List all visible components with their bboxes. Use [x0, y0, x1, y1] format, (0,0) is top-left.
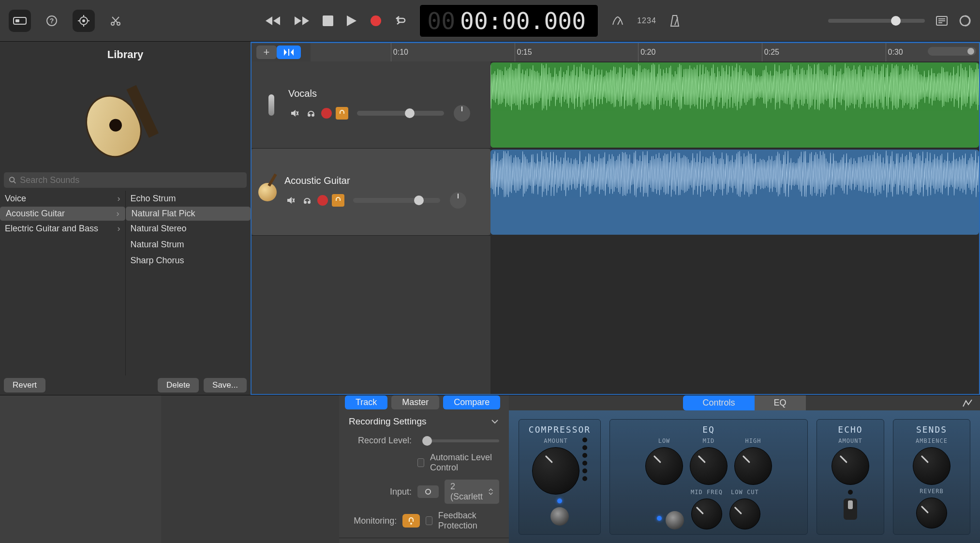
mute-button[interactable]: [288, 107, 301, 120]
search-input[interactable]: [20, 175, 242, 185]
record-enable-button[interactable]: [321, 108, 332, 119]
input-select[interactable]: 2 (Scarlett: [445, 480, 499, 504]
record-level-slider[interactable]: [422, 439, 499, 442]
revert-button[interactable]: Revert: [4, 378, 45, 392]
save-button[interactable]: Save...: [204, 378, 247, 392]
eq-power-led[interactable]: [657, 516, 662, 521]
timeline-ruler[interactable]: 0:100:150:200:250:30: [311, 43, 979, 61]
library-category-item[interactable]: Electric Guitar and Bass›: [0, 221, 125, 237]
eq-low-knob[interactable]: [645, 447, 683, 485]
notepad-button[interactable]: [935, 15, 948, 26]
track-header[interactable]: Acoustic Guitar: [252, 149, 490, 235]
track-lane-area[interactable]: [490, 61, 979, 394]
record-button[interactable]: [370, 15, 382, 27]
sends-ambience-knob[interactable]: [913, 447, 950, 485]
compressor-amount-knob[interactable]: [532, 447, 579, 495]
sends-reverb-knob[interactable]: [916, 498, 947, 528]
track-header-list: Vocals Acoustic Guitar: [252, 61, 490, 394]
library-panel: Library Voice›Acoustic Guitar›Electric G…: [0, 42, 251, 395]
count-in-button[interactable]: 1234: [637, 16, 656, 25]
scissors-button[interactable]: [104, 10, 127, 32]
tab-eq[interactable]: EQ: [755, 395, 806, 410]
library-preset-item[interactable]: Echo Strum: [126, 191, 251, 207]
delete-button[interactable]: Delete: [158, 378, 199, 392]
tab-compare[interactable]: Compare: [443, 395, 500, 409]
track-lane[interactable]: [490, 149, 979, 236]
audio-region[interactable]: [490, 150, 979, 235]
updown-icon: [488, 488, 493, 496]
echo-switch[interactable]: [844, 498, 857, 520]
quick-help-button[interactable]: ?: [41, 10, 63, 32]
svg-rect-32: [288, 49, 289, 56]
track-volume-slider[interactable]: [357, 111, 444, 116]
compressor-power-led[interactable]: [557, 498, 562, 503]
library-action-bar: Revert Delete Save...: [0, 376, 251, 395]
library-preset-item[interactable]: Natural Flat Pick: [126, 207, 251, 221]
input-mode-button[interactable]: [417, 485, 439, 498]
smart-controls-button[interactable]: [73, 10, 95, 32]
play-button[interactable]: [346, 15, 357, 27]
monitoring-button[interactable]: [402, 514, 419, 528]
svg-marker-34: [291, 110, 296, 117]
library-toggle-button[interactable]: [9, 10, 31, 32]
library-preview-image: [0, 68, 251, 169]
eq-mid-knob[interactable]: [690, 447, 728, 485]
track-name-label: Vocals: [288, 88, 481, 99]
track-pan-knob[interactable]: [450, 192, 466, 209]
cycle-button[interactable]: [394, 15, 407, 26]
compressor-jack: [550, 507, 569, 526]
catch-playhead-button[interactable]: [277, 45, 301, 59]
record-enable-button[interactable]: [317, 195, 328, 206]
track-volume-slider[interactable]: [353, 198, 440, 203]
transport-controls: 00 00:00.000 1234: [265, 4, 681, 37]
metronome-button[interactable]: [669, 15, 681, 27]
forward-button[interactable]: [294, 15, 310, 27]
eq-lowcut-knob[interactable]: [729, 498, 760, 529]
library-search[interactable]: [4, 172, 247, 188]
horizontal-zoom-slider[interactable]: [928, 47, 976, 56]
rewind-button[interactable]: [265, 15, 281, 27]
eq-midfreq-knob[interactable]: [691, 498, 722, 529]
record-level-label: Record Level:: [349, 436, 412, 446]
lcd-display[interactable]: 00 00:00.000: [419, 4, 598, 37]
auto-level-label: Automatic Level Control: [430, 452, 499, 473]
tab-controls[interactable]: Controls: [683, 395, 754, 410]
tuner-button[interactable]: [611, 15, 624, 27]
edit-automation-button[interactable]: [962, 398, 973, 408]
search-icon: [9, 176, 16, 184]
chevron-right-icon: ›: [118, 194, 120, 204]
track-pan-knob[interactable]: [454, 105, 470, 121]
auto-level-checkbox[interactable]: [417, 458, 424, 467]
library-title: Library: [0, 42, 251, 68]
input-monitor-button[interactable]: [336, 107, 348, 120]
library-preset-item[interactable]: Natural Stereo: [126, 221, 251, 237]
svg-point-29: [10, 177, 15, 182]
monitoring-label: Monitoring:: [349, 516, 397, 526]
track-lane[interactable]: [490, 61, 979, 149]
echo-amount-knob[interactable]: [832, 447, 869, 485]
echo-power-led[interactable]: [848, 490, 853, 495]
audio-region[interactable]: [490, 62, 979, 148]
section-recording-settings[interactable]: Recording Settings: [349, 416, 499, 427]
stop-button[interactable]: [323, 15, 333, 26]
tab-master[interactable]: Master: [391, 395, 439, 409]
library-category-item[interactable]: Voice›: [0, 191, 125, 207]
loop-browser-button[interactable]: [959, 15, 971, 27]
chevron-right-icon: ›: [118, 224, 120, 234]
library-preset-item[interactable]: Natural Strum: [126, 237, 251, 253]
library-preset-item[interactable]: Sharp Chorus: [126, 253, 251, 269]
mute-button[interactable]: [284, 194, 297, 207]
library-category-item[interactable]: Acoustic Guitar›: [0, 207, 125, 221]
track-header[interactable]: Vocals: [252, 61, 490, 148]
svg-marker-17: [302, 16, 309, 25]
ruler-tick: 0:25: [762, 43, 779, 61]
solo-button[interactable]: [305, 107, 317, 120]
add-track-button[interactable]: +: [256, 45, 277, 59]
solo-button[interactable]: [301, 194, 313, 207]
input-monitor-button[interactable]: [332, 194, 344, 207]
tracks-area: + 0:100:150:200:250:30 Vocals Aco: [251, 42, 980, 395]
feedback-checkbox[interactable]: [426, 516, 432, 525]
master-volume-slider[interactable]: [828, 19, 925, 23]
eq-high-knob[interactable]: [734, 447, 772, 485]
tab-track[interactable]: Track: [345, 395, 387, 409]
